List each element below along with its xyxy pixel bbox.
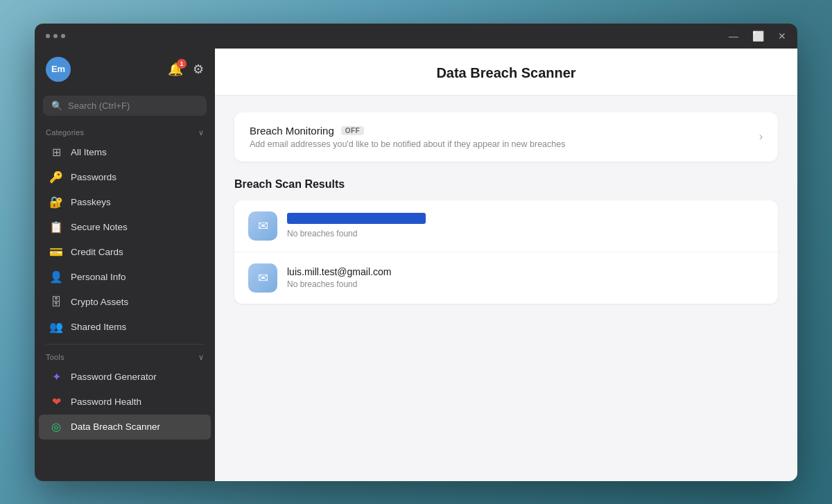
categories-label: Categories	[46, 128, 84, 137]
dot-3	[61, 34, 65, 38]
sidebar-item-label-personal-info: Personal Info	[71, 272, 126, 282]
sidebar-item-label-data-breach-scanner: Data Breach Scanner	[71, 422, 160, 432]
categories-section-header: Categories ∨	[35, 124, 215, 140]
breach-results-card: ✉ No breaches found ✉	[234, 200, 778, 304]
breach-result-status-2: No breaches found	[287, 279, 764, 289]
sidebar-item-label-crypto-assets: Crypto Assets	[71, 297, 128, 307]
password-health-icon: ❤	[50, 396, 62, 408]
email-icon-1: ✉	[258, 218, 268, 234]
email-icon-wrap-2: ✉	[248, 263, 277, 293]
sidebar-item-personal-info[interactable]: 👤 Personal Info	[39, 265, 211, 290]
crypto-assets-icon: 🗄	[50, 296, 62, 309]
title-bar-dots	[46, 34, 65, 38]
personal-info-icon: 👤	[50, 271, 62, 284]
breach-result-email-2: luis.mill.test@gmail.com	[287, 266, 764, 277]
sidebar-item-passwords[interactable]: 🔑 Passwords	[39, 165, 211, 190]
app-body: Em 🔔 1 ⚙ 🔍 Search (Ctrl+F) Categories ∨	[35, 49, 797, 481]
avatar[interactable]: Em	[46, 57, 71, 82]
data-breach-scanner-icon: ◎	[50, 421, 62, 433]
sidebar-item-password-generator[interactable]: ✦ Password Generator	[39, 365, 211, 390]
breach-results-section: Breach Scan Results ✉ No breaches found	[234, 178, 778, 304]
minimize-button[interactable]: —	[729, 31, 738, 41]
breach-monitoring-description: Add email addresses you'd like to be not…	[250, 139, 565, 149]
breach-result-email-redacted	[287, 213, 426, 224]
breach-result-info-1: No breaches found	[287, 213, 764, 238]
breach-monitoring-left: Breach Monitoring OFF Add email addresse…	[250, 125, 565, 149]
breach-result-status-1: No breaches found	[287, 229, 764, 238]
breach-monitoring-chevron-icon[interactable]: ›	[759, 130, 763, 143]
breach-result-item-2: ✉ luis.mill.test@gmail.com No breaches f…	[234, 252, 778, 304]
sidebar-item-label-password-health: Password Health	[71, 397, 141, 407]
search-icon: 🔍	[51, 101, 62, 111]
sidebar-item-passkeys[interactable]: 🔐 Passkeys	[39, 190, 211, 215]
sidebar-item-shared-items[interactable]: 👥 Shared Items	[39, 315, 211, 340]
sidebar-item-label-passwords: Passwords	[71, 172, 116, 182]
sidebar-item-label-secure-notes: Secure Notes	[71, 222, 128, 232]
sidebar: Em 🔔 1 ⚙ 🔍 Search (Ctrl+F) Categories ∨	[35, 49, 215, 481]
main-content: Data Breach Scanner Breach Monitoring OF…	[215, 49, 797, 481]
sidebar-item-label-credit-cards: Credit Cards	[71, 247, 123, 257]
email-icon-wrap-1: ✉	[248, 211, 277, 241]
categories-chevron-icon[interactable]: ∨	[198, 128, 204, 137]
sidebar-divider	[46, 344, 204, 345]
password-generator-icon: ✦	[50, 371, 62, 383]
sidebar-item-crypto-assets[interactable]: 🗄 Crypto Assets	[39, 290, 211, 315]
all-items-icon: ⊞	[50, 146, 62, 159]
sidebar-header: Em 🔔 1 ⚙	[35, 49, 215, 90]
breach-monitoring-toggle[interactable]: OFF	[341, 126, 365, 135]
sidebar-item-label-shared-items: Shared Items	[71, 322, 126, 332]
bell-badge: 1	[177, 59, 187, 69]
sidebar-item-password-health[interactable]: ❤ Password Health	[39, 390, 211, 415]
dot-2	[53, 34, 58, 38]
sidebar-item-label-passkeys: Passkeys	[71, 197, 111, 207]
app-window: — ⬜ ✕ Em 🔔 1 ⚙ 🔍 Search (Ctrl+	[35, 24, 797, 481]
email-icon-2: ✉	[258, 270, 268, 286]
sidebar-item-secure-notes[interactable]: 📋 Secure Notes	[39, 215, 211, 240]
tools-chevron-icon[interactable]: ∨	[198, 353, 204, 362]
sidebar-header-icons: 🔔 1 ⚙	[168, 62, 204, 77]
passkeys-icon: 🔐	[50, 196, 62, 209]
passwords-icon: 🔑	[50, 171, 62, 184]
breach-monitoring-top: Breach Monitoring OFF	[250, 125, 565, 137]
search-placeholder-text: Search (Ctrl+F)	[68, 101, 130, 111]
search-bar[interactable]: 🔍 Search (Ctrl+F)	[43, 96, 207, 116]
sidebar-item-label-all-items: All Items	[71, 147, 107, 157]
dot-1	[46, 34, 50, 38]
sidebar-item-credit-cards[interactable]: 💳 Credit Cards	[39, 240, 211, 265]
tools-label: Tools	[46, 353, 64, 361]
bell-wrapper[interactable]: 🔔 1	[168, 62, 183, 77]
sidebar-item-label-password-generator: Password Generator	[71, 372, 157, 382]
breach-monitoring-title: Breach Monitoring	[250, 125, 334, 137]
sidebar-item-all-items[interactable]: ⊞ All Items	[39, 140, 211, 165]
breach-result-info-2: luis.mill.test@gmail.com No breaches fou…	[287, 266, 764, 289]
credit-cards-icon: 💳	[50, 246, 62, 259]
breach-result-item-1: ✉ No breaches found	[234, 200, 778, 252]
sidebar-item-data-breach-scanner[interactable]: ◎ Data Breach Scanner	[39, 415, 211, 440]
main-body: Breach Monitoring OFF Add email addresse…	[215, 96, 797, 481]
secure-notes-icon: 📋	[50, 221, 62, 234]
close-button[interactable]: ✕	[778, 31, 786, 41]
breach-monitoring-card[interactable]: Breach Monitoring OFF Add email addresse…	[234, 112, 778, 162]
title-bar-controls: — ⬜ ✕	[729, 31, 786, 41]
maximize-button[interactable]: ⬜	[752, 31, 764, 41]
shared-items-icon: 👥	[50, 321, 62, 333]
breach-results-title: Breach Scan Results	[234, 178, 778, 191]
main-header: Data Breach Scanner	[215, 49, 797, 96]
tools-section-header: Tools ∨	[35, 349, 215, 365]
title-bar: — ⬜ ✕	[35, 24, 797, 49]
gear-icon[interactable]: ⚙	[193, 62, 204, 77]
page-title: Data Breach Scanner	[237, 65, 775, 81]
